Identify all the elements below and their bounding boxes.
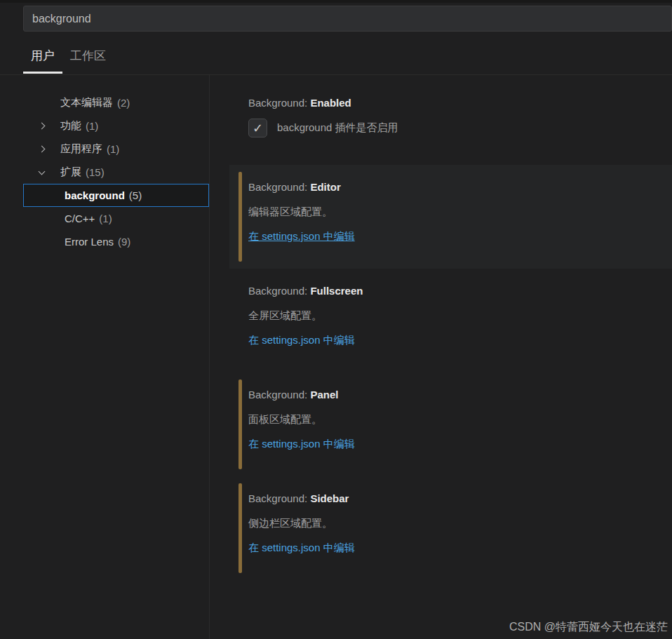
edit-in-settings-json-link[interactable]: 在 settings.json 中编辑	[248, 438, 355, 450]
setting-row-panel[interactable]: Background: Panel 面板区域配置。 在 settings.jso…	[229, 372, 672, 476]
setting-link-row: 在 settings.json 中编辑	[248, 332, 658, 348]
setting-description: 面板区域配置。	[248, 412, 658, 426]
toc-item-count: (15)	[86, 166, 105, 178]
setting-name: Fullscreen	[310, 285, 363, 297]
toc-item-label: background	[65, 189, 125, 201]
setting-title: Background: Panel	[248, 388, 658, 402]
checkmark-icon: ✓	[253, 121, 263, 136]
tab-user-label: 用户	[31, 49, 55, 62]
settings-body: 文本编辑器 (2) 功能 (1) 应用程序 (1) 扩展 (15) backgr…	[0, 75, 672, 639]
toc-item-count: (2)	[117, 97, 130, 109]
csdn-watermark: CSDN @特蕾西娅今天也在迷茫	[509, 620, 668, 635]
settings-scope-tabs: 用户 工作区	[0, 32, 672, 75]
toc-item-功能[interactable]: 功能 (1)	[0, 114, 209, 137]
setting-name: Panel	[310, 389, 338, 401]
setting-name: Sidebar	[310, 492, 349, 504]
toc-item-label: 功能	[60, 119, 81, 133]
setting-row-fullscreen[interactable]: Background: Fullscreen 全屏区域配置。 在 setting…	[229, 269, 672, 372]
toc-item-文本编辑器[interactable]: 文本编辑器 (2)	[0, 91, 209, 114]
checkbox-label: background 插件是否启用	[277, 121, 398, 135]
setting-row-sidebar[interactable]: Background: Sidebar 侧边栏区域配置。 在 settings.…	[229, 476, 672, 580]
setting-title: Background: Enabled	[248, 96, 658, 110]
edit-in-settings-json-link[interactable]: 在 settings.json 中编辑	[248, 542, 355, 553]
modified-indicator-bar	[238, 172, 242, 262]
toc-item-label: 扩展	[60, 166, 81, 179]
modified-indicator-bar	[238, 483, 242, 573]
chevron-icon[interactable]	[39, 168, 46, 175]
chevron-slot	[39, 147, 60, 152]
setting-title: Background: Editor	[248, 180, 658, 194]
toc-item-background[interactable]: background (5)	[23, 184, 209, 207]
chevron-slot	[39, 123, 60, 128]
setting-title: Background: Fullscreen	[248, 284, 658, 298]
toc-item-count: (1)	[99, 213, 112, 224]
setting-title: Background: Sidebar	[248, 492, 658, 506]
setting-description: 编辑器区域配置。	[248, 205, 658, 219]
toc-item-扩展[interactable]: 扩展 (15)	[0, 161, 209, 184]
setting-link-row: 在 settings.json 中编辑	[248, 436, 658, 452]
chevron-icon[interactable]	[39, 123, 46, 130]
toc-item-label: C/C++	[65, 213, 95, 224]
checkbox[interactable]: ✓	[248, 119, 267, 137]
setting-category: Background:	[248, 492, 310, 504]
toc-item-label: 应用程序	[60, 142, 102, 156]
toc-item-label: Error Lens	[65, 236, 114, 248]
edit-in-settings-json-link[interactable]: 在 settings.json 中编辑	[248, 334, 355, 346]
chevron-icon[interactable]	[39, 146, 46, 153]
settings-list: Background: Enabled ✓ background 插件是否启用 …	[210, 75, 672, 639]
setting-name: Editor	[310, 181, 340, 193]
tab-workspace-label: 工作区	[70, 49, 106, 62]
modified-indicator-bar	[238, 379, 242, 469]
toc-item-count: (1)	[86, 120, 98, 132]
setting-row-editor[interactable]: Background: Editor 编辑器区域配置。 在 settings.j…	[229, 165, 672, 269]
toc-item-label: 文本编辑器	[60, 96, 113, 109]
setting-row-enabled[interactable]: Background: Enabled ✓ background 插件是否启用	[229, 89, 672, 165]
setting-description: 侧边栏区域配置。	[248, 516, 658, 530]
toc-item-count: (1)	[107, 143, 119, 155]
setting-name: Enabled	[310, 97, 351, 109]
setting-category: Background:	[248, 285, 310, 297]
setting-link-row: 在 settings.json 中编辑	[248, 540, 658, 556]
tab-user[interactable]: 用户	[23, 48, 62, 74]
toc-item-errorlens[interactable]: Error Lens (9)	[0, 230, 209, 253]
tab-workspace[interactable]: 工作区	[62, 48, 114, 74]
edit-in-settings-json-link[interactable]: 在 settings.json 中编辑	[248, 230, 355, 242]
setting-category: Background:	[248, 97, 310, 109]
toc-item-c/c++[interactable]: C/C++ (1)	[0, 207, 209, 230]
settings-search-input[interactable]	[23, 6, 672, 32]
setting-category: Background:	[248, 181, 310, 193]
toc-item-应用程序[interactable]: 应用程序 (1)	[0, 137, 209, 161]
settings-toc-tree: 文本编辑器 (2) 功能 (1) 应用程序 (1) 扩展 (15) backgr…	[0, 75, 210, 639]
setting-checkbox-row: ✓ background 插件是否启用	[248, 119, 658, 137]
toc-item-count: (9)	[118, 236, 130, 248]
settings-search-bar	[0, 3, 672, 32]
setting-description: 全屏区域配置。	[248, 309, 658, 323]
setting-link-row: 在 settings.json 中编辑	[248, 229, 658, 244]
toc-item-count: (5)	[129, 189, 142, 201]
chevron-slot	[39, 171, 60, 174]
setting-category: Background:	[248, 389, 310, 401]
